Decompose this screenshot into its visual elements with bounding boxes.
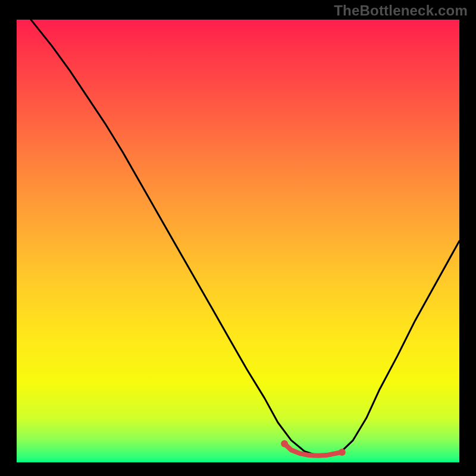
curve-svg xyxy=(17,20,459,462)
optimal-zone-line xyxy=(284,444,342,456)
chart-frame: TheBottleneck.com xyxy=(0,0,476,476)
plot-area xyxy=(17,20,459,462)
bottleneck-curve xyxy=(17,2,459,456)
marker-right xyxy=(339,449,346,456)
marker-left xyxy=(281,440,288,447)
watermark-text: TheBottleneck.com xyxy=(334,2,468,19)
